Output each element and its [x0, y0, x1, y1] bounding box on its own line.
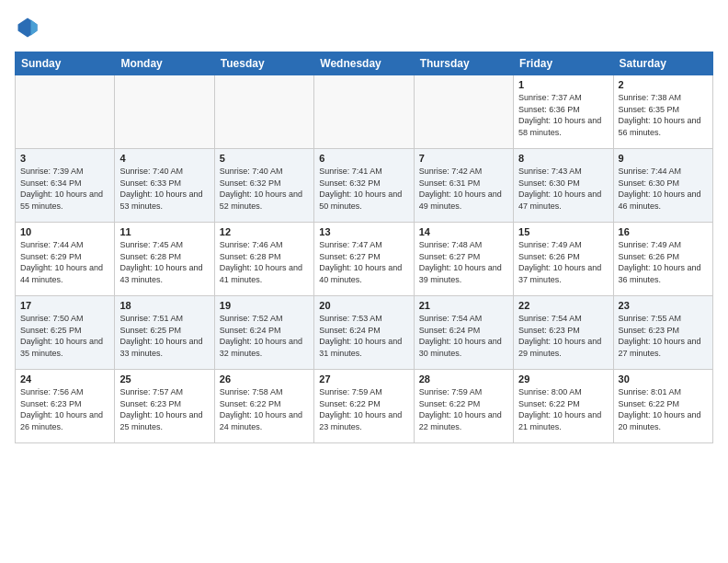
- day-number: 26: [220, 373, 309, 385]
- day-number: 11: [119, 226, 209, 237]
- calendar-cell: 7Sunrise: 7:42 AMSunset: 6:31 PMDaylight…: [414, 149, 513, 223]
- calendar-cell: 29Sunrise: 8:00 AMSunset: 6:22 PMDayligh…: [514, 370, 613, 443]
- day-number: 10: [20, 226, 109, 237]
- day-info: Sunrise: 8:01 AMSunset: 6:22 PMDaylight:…: [619, 386, 708, 432]
- day-info: Sunrise: 7:44 AMSunset: 6:29 PMDaylight:…: [20, 239, 109, 285]
- calendar-cell: 25Sunrise: 7:57 AMSunset: 6:23 PMDayligh…: [115, 370, 214, 443]
- weekday-header-sunday: Sunday: [16, 52, 115, 75]
- day-number: 24: [20, 373, 109, 385]
- day-number: 9: [619, 153, 708, 164]
- calendar-cell: 21Sunrise: 7:54 AMSunset: 6:24 PMDayligh…: [414, 296, 513, 370]
- calendar-cell: 8Sunrise: 7:43 AMSunset: 6:30 PMDaylight…: [514, 149, 613, 223]
- calendar-cell: 9Sunrise: 7:44 AMSunset: 6:30 PMDaylight…: [613, 149, 712, 223]
- day-info: Sunrise: 7:59 AMSunset: 6:22 PMDaylight:…: [419, 386, 508, 432]
- day-info: Sunrise: 7:40 AMSunset: 6:32 PMDaylight:…: [220, 166, 309, 212]
- calendar-cell: [414, 75, 513, 149]
- calendar-cell: 13Sunrise: 7:47 AMSunset: 6:27 PMDayligh…: [314, 223, 414, 296]
- day-info: Sunrise: 7:54 AMSunset: 6:24 PMDaylight:…: [419, 313, 508, 359]
- day-info: Sunrise: 7:42 AMSunset: 6:31 PMDaylight:…: [419, 166, 508, 212]
- day-number: 25: [119, 373, 209, 385]
- day-number: 19: [220, 300, 309, 311]
- day-info: Sunrise: 7:55 AMSunset: 6:23 PMDaylight:…: [619, 313, 708, 359]
- day-info: Sunrise: 8:00 AMSunset: 6:22 PMDaylight:…: [518, 386, 608, 432]
- calendar-cell: 22Sunrise: 7:54 AMSunset: 6:23 PMDayligh…: [514, 296, 613, 370]
- calendar-cell: 24Sunrise: 7:56 AMSunset: 6:23 PMDayligh…: [16, 370, 115, 443]
- calendar-cell: 5Sunrise: 7:40 AMSunset: 6:32 PMDaylight…: [214, 149, 313, 223]
- day-info: Sunrise: 7:39 AMSunset: 6:34 PMDaylight:…: [20, 166, 109, 212]
- calendar-cell: 1Sunrise: 7:37 AMSunset: 6:36 PMDaylight…: [514, 75, 613, 149]
- calendar-cell: 3Sunrise: 7:39 AMSunset: 6:34 PMDaylight…: [16, 149, 115, 223]
- day-number: 21: [419, 300, 508, 311]
- day-number: 8: [518, 153, 608, 164]
- day-number: 23: [619, 300, 708, 311]
- day-info: Sunrise: 7:49 AMSunset: 6:26 PMDaylight:…: [619, 239, 708, 285]
- day-number: 29: [518, 373, 608, 385]
- calendar-cell: 11Sunrise: 7:45 AMSunset: 6:28 PMDayligh…: [115, 223, 214, 296]
- calendar-cell: [214, 75, 313, 149]
- day-number: 27: [319, 373, 408, 385]
- weekday-header-saturday: Saturday: [613, 52, 712, 75]
- day-info: Sunrise: 7:50 AMSunset: 6:25 PMDaylight:…: [20, 313, 109, 359]
- day-number: 12: [220, 226, 309, 237]
- calendar-cell: 27Sunrise: 7:59 AMSunset: 6:22 PMDayligh…: [314, 370, 414, 443]
- day-info: Sunrise: 7:56 AMSunset: 6:23 PMDaylight:…: [20, 386, 109, 432]
- calendar-cell: 15Sunrise: 7:49 AMSunset: 6:26 PMDayligh…: [514, 223, 613, 296]
- day-info: Sunrise: 7:41 AMSunset: 6:32 PMDaylight:…: [319, 166, 408, 212]
- calendar-cell: 10Sunrise: 7:44 AMSunset: 6:29 PMDayligh…: [16, 223, 115, 296]
- day-number: 14: [419, 226, 508, 237]
- day-number: 13: [319, 226, 408, 237]
- day-info: Sunrise: 7:37 AMSunset: 6:36 PMDaylight:…: [518, 92, 608, 138]
- day-number: 5: [220, 153, 309, 164]
- day-number: 15: [518, 226, 608, 237]
- calendar-cell: 2Sunrise: 7:38 AMSunset: 6:35 PMDaylight…: [613, 75, 712, 149]
- calendar-week-4: 17Sunrise: 7:50 AMSunset: 6:25 PMDayligh…: [16, 296, 713, 370]
- day-number: 6: [319, 153, 408, 164]
- calendar-week-1: 1Sunrise: 7:37 AMSunset: 6:36 PMDaylight…: [16, 75, 713, 149]
- day-number: 17: [20, 300, 109, 311]
- day-info: Sunrise: 7:46 AMSunset: 6:28 PMDaylight:…: [220, 239, 309, 285]
- day-info: Sunrise: 7:45 AMSunset: 6:28 PMDaylight:…: [119, 239, 209, 285]
- calendar-cell: 4Sunrise: 7:40 AMSunset: 6:33 PMDaylight…: [115, 149, 214, 223]
- day-info: Sunrise: 7:53 AMSunset: 6:24 PMDaylight:…: [319, 313, 408, 359]
- day-number: 7: [419, 153, 508, 164]
- weekday-header-thursday: Thursday: [414, 52, 513, 75]
- calendar-cell: [115, 75, 214, 149]
- day-number: 3: [20, 153, 109, 164]
- calendar-cell: 23Sunrise: 7:55 AMSunset: 6:23 PMDayligh…: [613, 296, 712, 370]
- day-number: 1: [518, 79, 608, 90]
- calendar-cell: 18Sunrise: 7:51 AMSunset: 6:25 PMDayligh…: [115, 296, 214, 370]
- day-number: 4: [119, 153, 209, 164]
- weekday-header-row: SundayMondayTuesdayWednesdayThursdayFrid…: [16, 52, 713, 75]
- day-number: 28: [419, 373, 508, 385]
- svg-marker-1: [31, 19, 38, 36]
- calendar-week-2: 3Sunrise: 7:39 AMSunset: 6:34 PMDaylight…: [16, 149, 713, 223]
- calendar-cell: 14Sunrise: 7:48 AMSunset: 6:27 PMDayligh…: [414, 223, 513, 296]
- calendar-table: SundayMondayTuesdayWednesdayThursdayFrid…: [15, 52, 713, 443]
- calendar-cell: 16Sunrise: 7:49 AMSunset: 6:26 PMDayligh…: [613, 223, 712, 296]
- day-info: Sunrise: 7:43 AMSunset: 6:30 PMDaylight:…: [518, 166, 608, 212]
- day-number: 16: [619, 226, 708, 237]
- day-info: Sunrise: 7:40 AMSunset: 6:33 PMDaylight:…: [119, 166, 209, 212]
- weekday-header-tuesday: Tuesday: [214, 52, 313, 75]
- weekday-header-wednesday: Wednesday: [314, 52, 414, 75]
- day-info: Sunrise: 7:57 AMSunset: 6:23 PMDaylight:…: [119, 386, 209, 432]
- calendar-cell: [314, 75, 414, 149]
- calendar-cell: 26Sunrise: 7:58 AMSunset: 6:22 PMDayligh…: [214, 370, 313, 443]
- calendar-cell: 12Sunrise: 7:46 AMSunset: 6:28 PMDayligh…: [214, 223, 313, 296]
- calendar-cell: 6Sunrise: 7:41 AMSunset: 6:32 PMDaylight…: [314, 149, 414, 223]
- calendar-cell: 30Sunrise: 8:01 AMSunset: 6:22 PMDayligh…: [613, 370, 712, 443]
- calendar-week-5: 24Sunrise: 7:56 AMSunset: 6:23 PMDayligh…: [16, 370, 713, 443]
- day-info: Sunrise: 7:51 AMSunset: 6:25 PMDaylight:…: [119, 313, 209, 359]
- day-info: Sunrise: 7:52 AMSunset: 6:24 PMDaylight:…: [220, 313, 309, 359]
- calendar-cell: 19Sunrise: 7:52 AMSunset: 6:24 PMDayligh…: [214, 296, 313, 370]
- calendar-week-3: 10Sunrise: 7:44 AMSunset: 6:29 PMDayligh…: [16, 223, 713, 296]
- calendar-cell: 20Sunrise: 7:53 AMSunset: 6:24 PMDayligh…: [314, 296, 414, 370]
- day-info: Sunrise: 7:58 AMSunset: 6:22 PMDaylight:…: [220, 386, 309, 432]
- day-number: 22: [518, 300, 608, 311]
- day-info: Sunrise: 7:59 AMSunset: 6:22 PMDaylight:…: [319, 386, 408, 432]
- logo: [15, 15, 44, 40]
- weekday-header-friday: Friday: [514, 52, 613, 75]
- day-info: Sunrise: 7:44 AMSunset: 6:30 PMDaylight:…: [619, 166, 708, 212]
- day-info: Sunrise: 7:47 AMSunset: 6:27 PMDaylight:…: [319, 239, 408, 285]
- calendar-cell: 28Sunrise: 7:59 AMSunset: 6:22 PMDayligh…: [414, 370, 513, 443]
